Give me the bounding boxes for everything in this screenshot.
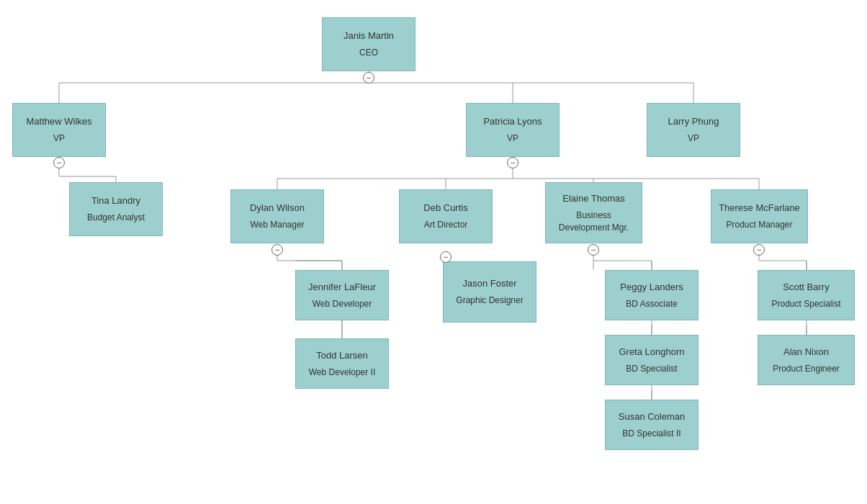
node-greta-name: Greta Longhorn	[619, 346, 684, 359]
node-jennifer[interactable]: Jennifer LaFleur Web Developer	[295, 270, 389, 320]
node-greta-title: BD Specialist	[626, 363, 677, 375]
node-scott-name: Scott Barry	[783, 281, 829, 294]
node-deb-name: Deb Curtis	[423, 202, 467, 215]
node-greta[interactable]: Greta Longhorn BD Specialist	[605, 335, 698, 385]
node-alan[interactable]: Alan Nixon Product Engineer	[758, 335, 855, 385]
node-matthew[interactable]: Matthew Wilkes VP	[12, 103, 106, 157]
node-janis-title: CEO	[359, 47, 378, 59]
node-larry-title: VP	[688, 132, 699, 145]
collapse-btn-janis[interactable]: −	[363, 72, 374, 84]
node-alan-name: Alan Nixon	[783, 346, 829, 359]
node-susan-title: BD Specialist II	[622, 428, 680, 440]
node-therese-title: Product Manager	[726, 219, 792, 231]
collapse-btn-therese[interactable]: −	[753, 244, 765, 256]
node-peggy-name: Peggy Landers	[620, 281, 683, 294]
node-scott[interactable]: Scott Barry Product Specialist	[758, 270, 855, 320]
node-todd-title: Web Developer II	[309, 366, 376, 379]
node-deb[interactable]: Deb Curtis Art Director	[399, 189, 493, 243]
node-scott-title: Product Specialist	[771, 298, 840, 310]
org-chart: Janis Martin CEO Matthew Wilkes VP Patri…	[0, 0, 867, 504]
node-tina-name: Tina Landry	[91, 194, 140, 207]
node-janis[interactable]: Janis Martin CEO	[322, 17, 415, 71]
node-tina[interactable]: Tina Landry Budget Analyst	[69, 182, 163, 236]
node-dylan[interactable]: Dylan Wilson Web Manager	[230, 189, 324, 243]
node-susan-name: Susan Coleman	[619, 410, 686, 423]
node-larry-name: Larry Phung	[668, 115, 719, 128]
node-peggy-title: BD Associate	[626, 298, 677, 310]
node-matthew-title: VP	[53, 132, 65, 145]
node-jason-title: Graphic Designer	[456, 294, 523, 307]
node-deb-title: Art Director	[424, 219, 468, 231]
collapse-btn-dylan[interactable]: −	[271, 244, 283, 256]
node-therese[interactable]: Therese McFarlane Product Manager	[711, 189, 808, 243]
node-tina-title: Budget Analyst	[87, 212, 145, 224]
node-patricia-title: VP	[507, 132, 518, 145]
node-todd-name: Todd Larsen	[316, 349, 368, 362]
node-jennifer-title: Web Developer	[313, 298, 372, 310]
node-patricia-name: Patricia Lyons	[483, 115, 542, 128]
node-patricia[interactable]: Patricia Lyons VP	[466, 103, 560, 157]
node-peggy[interactable]: Peggy Landers BD Associate	[605, 270, 698, 320]
collapse-btn-matthew[interactable]: −	[53, 157, 65, 168]
node-elaine-name: Elaine Thomas	[562, 192, 624, 205]
node-dylan-name: Dylan Wilson	[250, 202, 305, 215]
node-larry[interactable]: Larry Phung VP	[647, 103, 740, 157]
node-matthew-name: Matthew Wilkes	[26, 115, 91, 128]
node-therese-name: Therese McFarlane	[719, 202, 800, 215]
node-janis-name: Janis Martin	[343, 30, 394, 42]
node-susan[interactable]: Susan Coleman BD Specialist II	[605, 400, 698, 450]
node-todd[interactable]: Todd Larsen Web Developer II	[295, 338, 389, 389]
collapse-btn-patricia[interactable]: −	[507, 157, 518, 168]
node-alan-title: Product Engineer	[773, 363, 840, 375]
node-elaine-title: Business Development Mgr.	[559, 210, 629, 234]
collapse-btn-deb[interactable]: −	[440, 251, 452, 263]
connector-lines	[0, 0, 867, 504]
node-dylan-title: Web Manager	[250, 219, 304, 231]
node-jason[interactable]: Jason Foster Graphic Designer	[443, 261, 536, 323]
node-jennifer-name: Jennifer LaFleur	[308, 281, 376, 294]
node-elaine[interactable]: Elaine Thomas Business Development Mgr.	[545, 182, 642, 243]
collapse-btn-elaine[interactable]: −	[588, 244, 599, 256]
node-jason-name: Jason Foster	[462, 277, 516, 290]
